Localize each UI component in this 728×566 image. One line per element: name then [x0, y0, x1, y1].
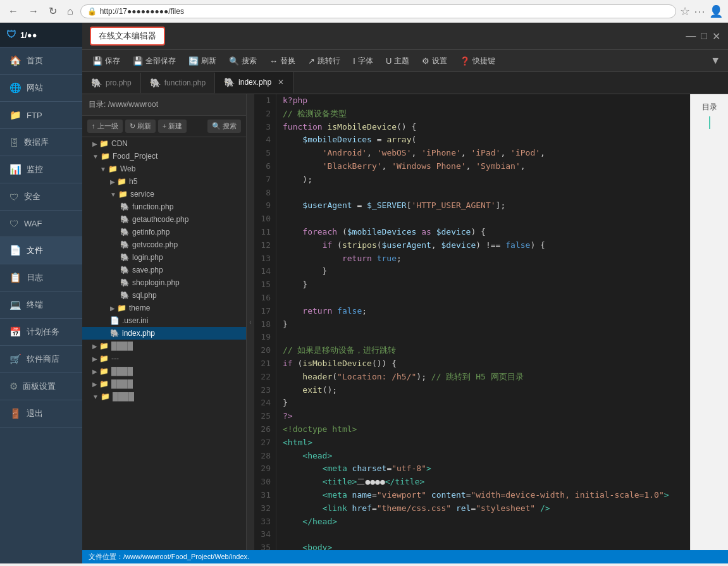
waf-icon: 🛡 — [9, 218, 19, 229]
tree-item-getvcode[interactable]: 🐘 getvcode.php — [82, 238, 246, 251]
sidebar-item-home[interactable]: 🏠 首页 — [0, 47, 82, 75]
logout-icon: 🚪 — [9, 408, 22, 419]
arrow-f3: ▶ — [92, 368, 97, 375]
replace-button[interactable]: ↔ 替换 — [264, 53, 300, 69]
toolbar-chevron[interactable]: ▼ — [708, 52, 723, 69]
font-label: 字体 — [358, 56, 373, 66]
save-button[interactable]: 💾 保存 — [87, 53, 125, 69]
monitor-icon: 📊 — [9, 164, 22, 175]
tree-item-shoplogin[interactable]: 🐘 shoplogin.php — [82, 276, 246, 289]
file-icon-user-ini: 📄 — [110, 316, 120, 325]
folder-icon-f2: 📁 — [99, 354, 109, 363]
tree-label-f2: --- — [111, 354, 119, 363]
tree-search-button[interactable]: 🔍 搜索 — [207, 120, 241, 133]
tree-item-folder4[interactable]: ▶ 📁 ████ — [82, 378, 246, 390]
tree-item-index-php[interactable]: 🐘 index.php — [82, 327, 246, 340]
tab-bar: 🐘 pro.php 🐘 function.php 🐘 index.php ✕ — [82, 72, 728, 94]
tree-item-folder2[interactable]: ▶ 📁 --- — [82, 352, 246, 365]
tab-label-function: function.php — [164, 78, 206, 87]
sidebar-item-panel-settings[interactable]: ⚙ 面板设置 — [0, 373, 82, 400]
tree-item-folder3[interactable]: ▶ 📁 ████ — [82, 365, 246, 378]
sidebar-item-ftp[interactable]: 📁 FTP — [0, 102, 82, 129]
nav-label-terminal: 终端 — [27, 299, 43, 311]
line-numbers: 12345 678910 1112131415 1617181920 21222… — [254, 94, 276, 550]
sidebar-item-files[interactable]: 📄 文件 — [0, 237, 82, 264]
tree-item-h5[interactable]: ▶ 📁 h5 — [82, 175, 246, 188]
settings-button[interactable]: ⚙ 设置 — [417, 53, 452, 69]
tab-pro-php[interactable]: 🐘 pro.php — [82, 73, 141, 93]
tree-item-folder5[interactable]: ▼ 📁 ████ — [82, 390, 246, 403]
sidebar-item-database[interactable]: 🗄 数据库 — [0, 129, 82, 156]
tab-label-index: index.php — [238, 78, 271, 87]
sidebar-item-monitor[interactable]: 📊 监控 — [0, 156, 82, 183]
sidebar-item-tasks[interactable]: 📅 计划任务 — [0, 319, 82, 346]
file-icon-shoplogin: 🐘 — [120, 278, 130, 287]
tree-item-web[interactable]: ▼ 📁 Web — [82, 163, 246, 175]
code-editor[interactable]: 12345 678910 1112131415 1617181920 21222… — [254, 94, 690, 550]
folder-icon-h5: 📁 — [117, 177, 126, 186]
theme-button[interactable]: U 主题 — [381, 53, 414, 69]
tree-item-getauthcode[interactable]: 🐘 getauthcode.php — [82, 213, 246, 226]
sidebar-item-store[interactable]: 🛒 软件商店 — [0, 346, 82, 373]
editor-title: 在线文本编辑器 — [90, 27, 165, 46]
menu-icon[interactable]: ⋯ — [694, 4, 705, 18]
url-bar[interactable]: 🔒 http://17●●●●●●●●●/files — [80, 4, 676, 18]
forward-button[interactable]: → — [25, 4, 42, 18]
arrow-f2: ▶ — [92, 355, 97, 362]
tree-item-getinfo[interactable]: 🐘 getinfo.php — [82, 226, 246, 238]
tree-label-getinfo: getinfo.php — [132, 228, 170, 237]
collapse-handle[interactable]: ‹ — [247, 94, 254, 550]
font-button[interactable]: Ⅰ 字体 — [348, 53, 378, 69]
home-icon: 🏠 — [9, 55, 22, 66]
home-button[interactable]: ⌂ — [64, 4, 77, 18]
tree-item-sql[interactable]: 🐘 sql.php — [82, 289, 246, 302]
shortcuts-button[interactable]: ❓ 快捷键 — [455, 53, 500, 69]
go-up-button[interactable]: ↑ 上一级 — [87, 120, 123, 133]
new-file-button[interactable]: + 新建 — [158, 120, 187, 133]
arrow-theme: ▶ — [110, 305, 115, 312]
arrow-f4: ▶ — [92, 381, 97, 388]
status-bar: 文件位置：/www/wwwroot/Food_Project/Web/index… — [82, 550, 728, 563]
search-button[interactable]: 🔍 搜索 — [224, 53, 262, 69]
tab-function-php[interactable]: 🐘 function.php — [141, 73, 215, 93]
refresh-button[interactable]: 🔄 刷新 — [183, 53, 221, 69]
tree-refresh-button[interactable]: ↻ 刷新 — [125, 120, 156, 133]
sidebar-item-website[interactable]: 🌐 网站 — [0, 75, 82, 102]
back-button[interactable]: ← — [5, 4, 22, 18]
sidebar-item-logs[interactable]: 📋 日志 — [0, 264, 82, 292]
tree-label-food: Food_Project — [113, 152, 157, 161]
profile-icon[interactable]: 👤 — [709, 4, 723, 18]
code-content[interactable]: k?php // 检测设备类型 function isMobileDevice(… — [276, 94, 690, 550]
tree-item-user-ini[interactable]: 📄 .user.ini — [82, 314, 246, 327]
tab-label-pro: pro.php — [106, 78, 132, 87]
tree-item-theme[interactable]: ▶ 📁 theme — [82, 302, 246, 314]
code-lines: 12345 678910 1112131415 1617181920 21222… — [254, 94, 690, 550]
folder-icon-f5: 📁 — [101, 392, 110, 401]
sidebar-item-security[interactable]: 🛡 安全 — [0, 183, 82, 211]
minimize-button[interactable]: — — [686, 30, 696, 42]
tree-item-function-php[interactable]: 🐘 function.php — [82, 200, 246, 213]
tab-index-php[interactable]: 🐘 index.php ✕ — [215, 72, 293, 94]
shortcuts-icon: ❓ — [460, 56, 470, 66]
tree-item-save[interactable]: 🐘 save.php — [82, 264, 246, 276]
tab-icon-pro: 🐘 — [91, 78, 102, 88]
save-all-button[interactable]: 💾 全部保存 — [128, 53, 181, 69]
tree-item-folder1[interactable]: ▶ 📁 ████ — [82, 340, 246, 352]
tab-close-index[interactable]: ✕ — [278, 78, 284, 87]
tree-label-f4: ████ — [111, 379, 133, 388]
maximize-button[interactable]: □ — [701, 30, 707, 42]
tree-item-login[interactable]: 🐘 login.php — [82, 251, 246, 264]
sidebar-item-terminal[interactable]: 💻 终端 — [0, 292, 82, 319]
goto-button[interactable]: ↗ 跳转行 — [303, 53, 345, 69]
tree-item-service[interactable]: ▼ 📁 service — [82, 188, 246, 200]
bookmark-icon[interactable]: ☆ — [680, 4, 690, 18]
refresh-button[interactable]: ↻ — [46, 4, 60, 18]
tree-item-food-project[interactable]: ▼ 📁 Food_Project — [82, 150, 246, 163]
close-button[interactable]: ✕ — [712, 30, 720, 42]
sidebar-item-waf[interactable]: 🛡 WAF — [0, 211, 82, 237]
nav-label-store: 软件商店 — [27, 354, 59, 365]
sidebar-item-logout[interactable]: 🚪 退出 — [0, 400, 82, 428]
folder-icon-web: 📁 — [108, 164, 118, 173]
tab-icon-index: 🐘 — [224, 77, 235, 87]
tree-item-cdn[interactable]: ▶ 📁 CDN — [82, 137, 246, 150]
